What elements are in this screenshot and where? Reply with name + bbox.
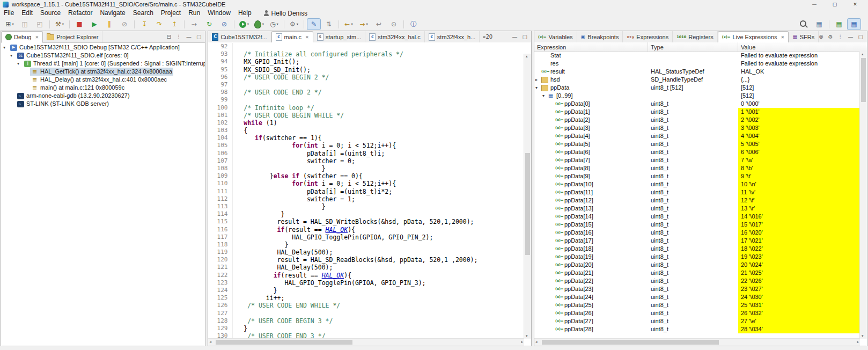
maximize-view-icon[interactable]: ▢ bbox=[196, 34, 201, 40]
expression-row[interactable]: (x)=ppData[18]uint8_t18 '\022' bbox=[534, 245, 860, 253]
view-tab-debug[interactable]: Debug✕ bbox=[1, 31, 43, 43]
menu-source[interactable]: Source bbox=[36, 9, 64, 17]
save-button[interactable]: ◫ bbox=[18, 18, 32, 30]
remove-expression-icon[interactable]: ⊗ bbox=[819, 34, 823, 40]
step-into-button[interactable]: ↧ bbox=[137, 18, 151, 30]
profile-button[interactable]: ◷▾ bbox=[267, 18, 281, 30]
editor-tab-cube15stm32f[interactable]: CCube15STM32f... bbox=[208, 31, 271, 42]
pin-editor-button[interactable]: ⊙ bbox=[387, 18, 401, 30]
expander-icon[interactable]: ▾ bbox=[542, 92, 548, 100]
debug-tree-node[interactable]: >_arm-none-eabi-gdb (13.2.90.20230627) bbox=[1, 92, 205, 100]
instruction-stepping-button[interactable]: ⇢ bbox=[187, 18, 201, 30]
close-tab-icon[interactable]: ✕ bbox=[35, 35, 39, 40]
editor-tab-main-c[interactable]: cmain.c✕ bbox=[271, 31, 313, 43]
minimize-view-icon[interactable]: — bbox=[848, 34, 854, 40]
expression-row[interactable]: (x)=ppData[11]uint8_t11 '\v' bbox=[534, 188, 860, 196]
menu-edit[interactable]: Edit bbox=[18, 9, 36, 17]
expression-row[interactable]: (x)=ppData[14]uint8_t14 '\016' bbox=[534, 213, 860, 221]
toggle-mark-occurrences-button[interactable]: ✎ bbox=[307, 18, 321, 30]
build-button[interactable]: ⚒▾ bbox=[53, 18, 67, 30]
expression-row[interactable]: (x)=ppData[9]uint8_t9 '\t' bbox=[534, 172, 860, 180]
expander-icon[interactable]: ▾ bbox=[17, 60, 23, 68]
expression-row[interactable]: (x)=ppData[2]uint8_t2 '\002' bbox=[534, 116, 860, 124]
expression-row[interactable]: (x)=ppData[0]uint8_t0 '\000' bbox=[534, 100, 860, 108]
expression-row[interactable]: (x)=ppData[15]uint8_t15 '\017' bbox=[534, 221, 860, 229]
scrollbar-thumb[interactable] bbox=[861, 58, 866, 102]
suspend-button[interactable]: ‖ bbox=[102, 18, 116, 30]
step-over-button[interactable]: ↷ bbox=[152, 18, 166, 30]
expression-row[interactable]: (x)=ppData[7]uint8_t7 '\a' bbox=[534, 156, 860, 164]
expression-row[interactable]: (x)=ppData[19]uint8_t19 '\023' bbox=[534, 253, 860, 261]
debug-tree-node[interactable]: ▾∥Thread #1 [main] 1 [core: 0] (Suspende… bbox=[1, 60, 205, 68]
expression-row[interactable]: (x)=ppData[8]uint8_t8 '\b' bbox=[534, 164, 860, 172]
skip-breakpoints-button[interactable]: ⊘ bbox=[217, 18, 231, 30]
expression-row[interactable]: (x)=ppData[3]uint8_t3 '\003' bbox=[534, 124, 860, 132]
close-tab-icon[interactable]: ✕ bbox=[781, 35, 785, 40]
collapse-all-icon[interactable]: ⊟ bbox=[167, 34, 171, 40]
menu-refactor[interactable]: Refactor bbox=[64, 9, 96, 17]
maximize-window-button[interactable]: ▢ bbox=[825, 0, 845, 9]
editor-horizontal-scrollbar[interactable]: ◂ ▸ bbox=[208, 338, 524, 346]
new-wizard-button[interactable]: ⊞▾ bbox=[3, 18, 17, 30]
expression-row[interactable]: ▸hsdSD_HandleTypeDef{...} bbox=[534, 76, 860, 84]
view-tab-registers[interactable]: 1010Registers bbox=[673, 31, 718, 42]
expander-icon[interactable]: ▾ bbox=[10, 52, 16, 60]
menu-project[interactable]: Project bbox=[157, 9, 185, 17]
expander-icon[interactable]: ▸ bbox=[535, 76, 541, 84]
column-header-type[interactable]: Type bbox=[648, 42, 738, 52]
close-tab-icon[interactable]: ✕ bbox=[305, 35, 309, 40]
scrollbar-thumb[interactable] bbox=[542, 340, 719, 345]
expression-row[interactable]: (x)=ppData[13]uint8_t13 '\r' bbox=[534, 205, 860, 213]
expression-row[interactable]: ▾▦[0..99][512] bbox=[534, 92, 860, 100]
open-perspective-button[interactable]: ▦ bbox=[812, 18, 826, 30]
debug-tree-node[interactable]: ≡HAL_Delay() at stm32f4xx_hal.c:401 0x80… bbox=[1, 76, 205, 84]
step-return-button[interactable]: ↥ bbox=[167, 18, 181, 30]
debug-tree-node[interactable]: ▾▶Cube15STM32f411_SDIO Debug [STM32 C/C+… bbox=[1, 43, 205, 52]
editor-tab-startup-stm[interactable]: sstartup_stm... bbox=[313, 31, 366, 42]
tab-overflow-indicator[interactable]: »20 bbox=[480, 31, 495, 42]
debug-tree-node[interactable]: ▾01Cube15STM32f411_SDIO.elf [cores: 0] bbox=[1, 52, 205, 60]
minimize-window-button[interactable]: — bbox=[804, 0, 825, 9]
resume-button[interactable]: ▶ bbox=[87, 18, 101, 30]
editor-tab-stm32f4xx-hal-c[interactable]: cstm32f4xx_hal.c bbox=[365, 31, 424, 42]
view-tab-expressions[interactable]: x+yExpressions bbox=[623, 31, 673, 42]
minimize-view-icon[interactable]: — bbox=[186, 34, 192, 40]
maximize-view-icon[interactable]: ▢ bbox=[858, 34, 863, 40]
view-menu-icon[interactable]: ⋮ bbox=[838, 34, 843, 40]
view-tab-project-explorer[interactable]: Project Explorer bbox=[43, 31, 102, 42]
cpp-perspective-button[interactable]: ▦ bbox=[847, 18, 861, 30]
expression-row[interactable]: (x)=ppData[25]uint8_t25 '\031' bbox=[534, 301, 860, 309]
expression-row[interactable]: StatFailed to evaluate expression bbox=[534, 52, 860, 60]
expression-row[interactable]: (x)=ppData[27]uint8_t27 '\e' bbox=[534, 317, 860, 325]
menu-help[interactable]: Help bbox=[234, 9, 255, 17]
external-tools-button[interactable]: ⚙▾ bbox=[287, 18, 301, 30]
expression-row[interactable]: (x)=ppData[5]uint8_t5 '\005' bbox=[534, 140, 860, 148]
close-window-button[interactable]: ✕ bbox=[845, 0, 865, 9]
editor-tab-stm32f4xx-h[interactable]: cstm32f4xx_h... bbox=[425, 31, 480, 42]
expression-row[interactable]: (x)=ppData[21]uint8_t21 '\025' bbox=[534, 269, 860, 277]
menu-file[interactable]: File bbox=[0, 9, 18, 17]
save-all-button[interactable]: ◰ bbox=[33, 18, 47, 30]
debug-perspective-button[interactable]: ▦ bbox=[832, 18, 846, 30]
editor-vertical-scrollbar[interactable]: ▴ ▾ bbox=[524, 54, 531, 339]
run-button[interactable]: ▾ bbox=[237, 18, 251, 30]
expression-row[interactable]: (x)=ppData[16]uint8_t16 '\020' bbox=[534, 229, 860, 237]
expression-row[interactable]: (x)=ppData[23]uint8_t23 '\027' bbox=[534, 285, 860, 293]
last-edit-location-button[interactable]: ↩ bbox=[372, 18, 386, 30]
debug-button[interactable]: ▾ bbox=[252, 18, 266, 30]
scroll-down-icon[interactable]: ▾ bbox=[862, 334, 864, 338]
scroll-right-icon[interactable]: ▸ bbox=[857, 340, 859, 344]
menu-run[interactable]: Run bbox=[185, 9, 204, 17]
debug-tree-node[interactable]: ≡main() at main.c:121 0x800059c bbox=[1, 84, 205, 92]
expression-row[interactable]: (x)=ppData[1]uint8_t1 '\001' bbox=[534, 108, 860, 116]
scroll-left-icon[interactable]: ◂ bbox=[209, 340, 211, 344]
scrollbar-thumb[interactable] bbox=[216, 340, 352, 345]
search-button[interactable] bbox=[797, 18, 811, 30]
scroll-up-icon[interactable]: ▴ bbox=[862, 52, 864, 56]
settings-icon[interactable]: ⚙ bbox=[828, 34, 833, 40]
expander-icon[interactable]: ▾ bbox=[535, 84, 541, 92]
expression-row[interactable]: ▾ppDatauint8_t [512][512] bbox=[534, 84, 860, 92]
user-menu[interactable]: Hello Deniss bbox=[264, 10, 307, 17]
forward-button[interactable]: →▾ bbox=[357, 18, 371, 30]
column-header-expression[interactable]: Expression bbox=[534, 42, 648, 52]
